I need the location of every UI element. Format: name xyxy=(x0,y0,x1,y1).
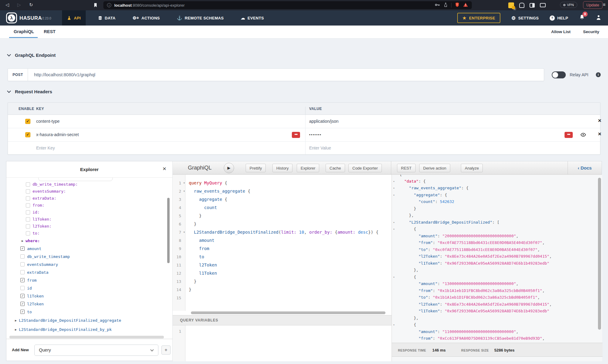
enable-checkbox[interactable]: ✓ xyxy=(25,119,30,124)
tab-rest[interactable]: REST xyxy=(44,26,56,38)
nav-item-data[interactable]: DATA xyxy=(93,10,120,26)
relay-info-icon[interactable]: i xyxy=(596,72,601,77)
remove-header-icon[interactable]: × xyxy=(598,117,601,124)
address-bar[interactable]: i localhost:8080/console/api/api-explore… xyxy=(103,1,472,9)
wallet-extension-icon[interactable] xyxy=(540,3,546,7)
editor-horizontal-scrollbar[interactable] xyxy=(191,311,385,314)
field-checkbox[interactable]: ✓ xyxy=(20,310,25,314)
explorer-item-from[interactable]: from: xyxy=(26,202,44,209)
editor-code[interactable]: query MyQuery { raw_events_aggregate { a… xyxy=(189,175,389,311)
explorer-item-db_write_timestamp[interactable]: db_write_timestamp xyxy=(20,252,70,260)
fold-icon[interactable]: ▾ xyxy=(393,178,395,185)
graphql-endpoint-section-header[interactable]: GraphQL Endpoint xyxy=(8,52,56,58)
enterprise-button[interactable]: ★ENTERPRISE xyxy=(457,13,500,23)
explorer-item-db_write_timestamp[interactable]: db_write_timestamp: xyxy=(26,181,78,188)
toolbar-button-code-exporter[interactable]: Code Exporter xyxy=(348,164,382,172)
remove-header-icon[interactable]: × xyxy=(598,131,601,137)
explorer-item-eventsSummary[interactable]: eventsSummary xyxy=(20,260,58,268)
toolbar-button-analyze[interactable]: Analyze xyxy=(461,164,483,172)
close-explorer-icon[interactable]: × xyxy=(163,165,166,172)
notifications-button[interactable]: 8 xyxy=(579,14,585,22)
query-variables-editor[interactable]: 1 xyxy=(173,325,392,361)
field-checkbox[interactable] xyxy=(20,254,25,259)
onepassword-fill-icon[interactable]: ••• xyxy=(292,132,300,138)
vpn-button[interactable]: VPN xyxy=(560,2,577,8)
header-key[interactable]: x-hasura-admin-secret xyxy=(36,132,79,137)
field-checkbox[interactable]: ✓ xyxy=(20,246,25,251)
explorer-item-extraData[interactable]: extraData: xyxy=(26,195,56,202)
warning-icon[interactable] xyxy=(463,2,468,8)
nav-item-events[interactable]: ☁EVENTS xyxy=(236,10,269,26)
nav-item-api[interactable]: API xyxy=(62,10,86,26)
fold-icon[interactable]: ▾ xyxy=(393,321,395,328)
toolbar-button-derive-action[interactable]: Derive action xyxy=(419,164,450,172)
explorer-item-from[interactable]: ✓from xyxy=(20,276,36,284)
new-value-input[interactable]: Enter Value xyxy=(309,146,331,150)
explorer-item-l1Token[interactable]: l1Token: xyxy=(26,216,52,223)
browser-menu-icon[interactable]: ≡ xyxy=(603,2,606,7)
response-viewer[interactable]: {▾ "data": {▾ "raw_events_aggregate": {▾… xyxy=(392,175,603,343)
explorer-item-eventsSummary[interactable]: eventsSummary: xyxy=(26,188,66,195)
field-checkbox[interactable]: ✓ xyxy=(20,302,25,306)
brave-shield-icon[interactable] xyxy=(455,2,460,8)
explorer-item-amount[interactable]: ✓amount xyxy=(20,245,41,252)
field-checkbox[interactable] xyxy=(26,210,30,215)
add-new-operation-select[interactable]: Query xyxy=(34,345,158,356)
security-link[interactable]: Security xyxy=(583,26,599,38)
fold-icon[interactable]: ▾ xyxy=(393,192,395,199)
toolbar-button-cache[interactable]: Cache xyxy=(326,164,345,172)
new-key-input[interactable]: Enter Key xyxy=(36,146,55,150)
share-icon[interactable] xyxy=(444,2,448,8)
account-button[interactable] xyxy=(596,14,601,22)
browser-forward-icon[interactable]: ▷ xyxy=(17,2,21,8)
docs-button[interactable]: ‹ Docs xyxy=(568,161,602,174)
nav-item-actions[interactable]: ⚙⚙ACTIONS xyxy=(128,10,165,26)
header-value-masked[interactable]: ••••••• xyxy=(309,133,322,136)
field-checkbox[interactable] xyxy=(26,196,30,201)
field-checkbox[interactable] xyxy=(20,286,25,290)
browser-reload-icon[interactable]: ↻ xyxy=(29,2,33,8)
explorer-item-L2StandardBridge_DepositFinalized_aggregate[interactable]: ▶L2StandardBridge_DepositFinalized_aggre… xyxy=(15,316,121,325)
expand-arrow-icon[interactable]: ▶ xyxy=(22,239,23,242)
explorer-horizontal-scrollbar[interactable] xyxy=(9,336,164,338)
field-checkbox[interactable]: ✓ xyxy=(20,278,25,282)
response-scrollbar[interactable] xyxy=(598,178,601,330)
explorer-scrollbar[interactable] xyxy=(167,198,170,263)
browser-back-icon[interactable]: ◁ xyxy=(5,2,9,8)
explorer-item-l2Token[interactable]: ✓l2Token xyxy=(20,300,44,308)
explorer-item-where[interactable]: ▶where: xyxy=(22,237,40,245)
browser-update-button[interactable]: Update xyxy=(583,1,603,9)
header-value[interactable]: application/json xyxy=(309,119,339,124)
explorer-item-L2StandardBridge_DepositFinalized_by_pk[interactable]: ▶L2StandardBridge_DepositFinalized_by_pk xyxy=(15,325,112,334)
field-checkbox[interactable] xyxy=(26,189,30,194)
toolbar-button-explorer[interactable]: Explorer xyxy=(297,164,319,172)
explorer-item-id[interactable]: id: xyxy=(26,209,40,216)
key-icon[interactable] xyxy=(435,3,440,8)
explorer-item-id[interactable]: id xyxy=(20,284,32,292)
add-operation-button[interactable]: + xyxy=(161,345,171,355)
explorer-item-to[interactable]: ✓to xyxy=(20,308,32,316)
fold-icon[interactable]: ▾ xyxy=(393,226,395,233)
notes-extension-icon[interactable]: 1 xyxy=(508,2,514,8)
toolbar-button-rest[interactable]: REST xyxy=(397,164,416,172)
toolbar-button-prettify[interactable]: Prettify xyxy=(246,164,266,172)
bookmark-icon[interactable] xyxy=(93,2,98,9)
request-headers-section-header[interactable]: Request Headers xyxy=(8,88,52,95)
toolbar-button-history[interactable]: History xyxy=(272,164,292,172)
hasura-logo-icon[interactable]: λ xyxy=(6,12,17,23)
explorer-item-to[interactable]: to: xyxy=(26,230,40,237)
reveal-value-icon[interactable] xyxy=(580,132,586,138)
fold-icon[interactable]: ▾ xyxy=(393,274,395,281)
field-checkbox[interactable] xyxy=(20,270,25,274)
settings-button[interactable]: ⚙SETTINGS xyxy=(511,15,539,21)
field-checkbox[interactable]: ✓ xyxy=(20,294,25,298)
field-checkbox[interactable] xyxy=(26,182,30,187)
explorer-item-l1Token[interactable]: ✓l1Token xyxy=(20,292,44,300)
endpoint-url-input[interactable]: http://localhost:8080/v1/graphql xyxy=(28,72,95,77)
fold-icon[interactable]: ▾ xyxy=(393,185,395,192)
field-checkbox[interactable] xyxy=(26,231,30,235)
allow-list-link[interactable]: Allow List xyxy=(551,26,571,38)
field-checkbox[interactable] xyxy=(20,262,25,266)
execute-query-button[interactable]: ▶ xyxy=(224,163,234,173)
nav-item-remote-schemas[interactable]: ⚓REMOTE SCHEMAS xyxy=(172,10,229,26)
